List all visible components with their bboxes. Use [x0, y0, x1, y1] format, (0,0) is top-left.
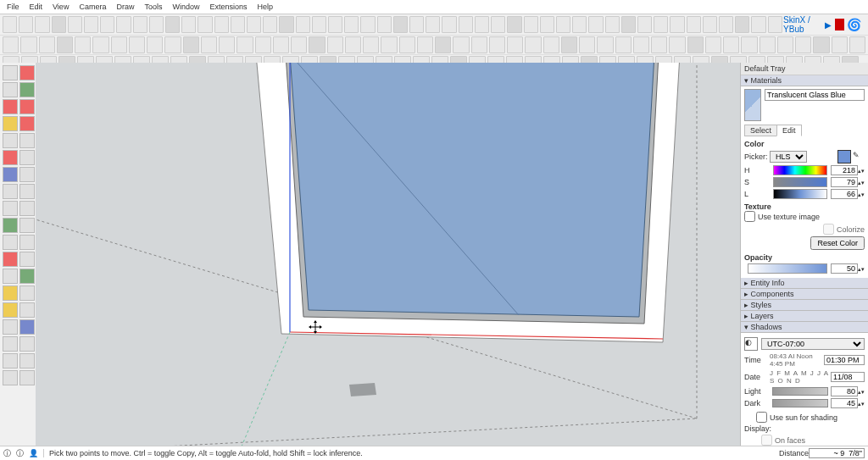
use-sun-checkbox[interactable]	[756, 412, 767, 423]
eyedropper-icon[interactable]: ✎	[853, 151, 865, 163]
tool-button[interactable]	[19, 285, 35, 301]
toolbar-button[interactable]	[291, 36, 307, 53]
tool-button[interactable]	[19, 167, 35, 182]
toolbar-button[interactable]	[475, 16, 489, 33]
toolbar-button[interactable]	[19, 16, 33, 33]
toolbar-button[interactable]	[637, 16, 652, 33]
toolbar-button[interactable]	[129, 36, 145, 53]
dark-input[interactable]	[831, 398, 858, 408]
toolbar-button[interactable]	[507, 16, 521, 33]
toolbar-button[interactable]	[3, 16, 17, 33]
l-spinner[interactable]: ▴▾	[858, 192, 865, 197]
toolbar-button[interactable]	[183, 36, 199, 53]
toolbar-button[interactable]	[524, 16, 538, 33]
tool-button[interactable]	[3, 302, 18, 318]
menu-help[interactable]: Help	[252, 0, 278, 14]
tool-button[interactable]	[19, 82, 35, 97]
tool-button[interactable]	[3, 150, 18, 165]
toolbar-button[interactable]	[813, 36, 829, 53]
toolbar-button[interactable]	[68, 16, 82, 33]
toolbar-button[interactable]	[344, 16, 359, 33]
tool-button[interactable]	[19, 65, 35, 80]
toolbar-button[interactable]	[735, 16, 749, 33]
toolbar-button[interactable]	[84, 16, 98, 33]
panel-styles[interactable]: ▸ Styles	[741, 300, 868, 311]
material-swatch[interactable]	[744, 89, 761, 121]
menu-file[interactable]: File	[2, 0, 25, 14]
toolbar-button[interactable]	[273, 36, 289, 53]
toolbar-button[interactable]	[363, 36, 379, 53]
toolbar-button[interactable]	[255, 36, 271, 53]
tab-select[interactable]: Select	[744, 125, 777, 136]
light-slider2[interactable]	[772, 387, 828, 396]
toolbar-button[interactable]	[459, 16, 473, 33]
toolbar-button[interactable]	[540, 16, 554, 33]
toolbar-button[interactable]	[116, 16, 131, 33]
toolbar-button[interactable]	[654, 16, 668, 33]
toolbar-button[interactable]	[849, 36, 865, 53]
tool-button[interactable]	[19, 150, 35, 165]
toolbar-button[interactable]	[777, 36, 793, 53]
tool-button[interactable]	[3, 99, 18, 114]
tool-button[interactable]	[19, 218, 35, 233]
tool-button[interactable]	[3, 116, 18, 131]
toolbar-button[interactable]	[751, 16, 765, 33]
material-name-input[interactable]	[765, 89, 865, 101]
toolbar-button[interactable]	[296, 16, 310, 33]
tool-button[interactable]	[3, 336, 18, 352]
toolbar-button[interactable]	[760, 36, 776, 53]
menu-view[interactable]: View	[47, 0, 74, 14]
toolbar-button[interactable]	[52, 16, 66, 33]
toolbar-button[interactable]	[201, 36, 217, 53]
toolbar-button[interactable]	[328, 16, 342, 33]
toolbar-button[interactable]	[832, 36, 848, 53]
tool-button[interactable]	[3, 285, 18, 301]
toolbar-button[interactable]	[670, 16, 684, 33]
toolbar-button[interactable]	[35, 16, 49, 33]
toolbar-button[interactable]	[393, 16, 408, 33]
tool-button[interactable]	[3, 218, 18, 233]
toolbar-button[interactable]	[561, 36, 577, 53]
tool-button[interactable]	[3, 133, 18, 148]
toolbar-button[interactable]	[687, 16, 701, 33]
tool-button[interactable]	[19, 235, 35, 250]
toolbar-button[interactable]	[621, 16, 636, 33]
tool-button[interactable]	[3, 319, 18, 335]
toolbar-button[interactable]	[507, 36, 523, 53]
toolbar-button[interactable]	[345, 36, 361, 53]
tool-button[interactable]	[3, 252, 18, 267]
toolbar-button[interactable]	[633, 36, 649, 53]
tool-button[interactable]	[19, 302, 35, 318]
toolbar-button[interactable]	[768, 16, 782, 33]
toolbar-button[interactable]	[165, 16, 180, 33]
picker-swatch-icon[interactable]	[837, 150, 851, 163]
tool-button[interactable]	[3, 269, 18, 284]
h-spinner[interactable]: ▴▾	[858, 169, 865, 173]
toolbar-button[interactable]	[219, 36, 235, 53]
h-input[interactable]	[831, 165, 858, 175]
tool-button[interactable]	[19, 99, 35, 114]
reset-color-button[interactable]: Reset Color	[810, 236, 865, 250]
toolbar-button[interactable]	[164, 36, 181, 53]
tool-button[interactable]	[3, 353, 18, 369]
l-input[interactable]	[831, 189, 858, 199]
toolbar-button[interactable]	[453, 36, 469, 53]
toolbar-button[interactable]	[556, 16, 570, 33]
tool-button[interactable]	[19, 184, 35, 199]
menu-window[interactable]: Window	[167, 0, 204, 14]
toolbar-button[interactable]	[471, 36, 487, 53]
timezone-select[interactable]: UTC-07:00	[761, 338, 865, 350]
tool-button[interactable]	[19, 370, 35, 385]
dark-slider[interactable]	[772, 399, 828, 407]
tab-edit[interactable]: Edit	[776, 125, 802, 136]
distance-input[interactable]	[809, 448, 865, 458]
hue-slider[interactable]	[773, 165, 827, 175]
play-icon[interactable]: ▶	[825, 20, 832, 30]
toolbar-button[interactable]	[525, 36, 541, 53]
toolbar-button[interactable]	[214, 16, 229, 33]
toolbar-button[interactable]	[491, 16, 505, 33]
toolbar-button[interactable]	[39, 36, 55, 53]
toolbar-button[interactable]	[442, 16, 456, 33]
panel-layers[interactable]: ▸ Layers	[741, 311, 868, 322]
toolbar-button[interactable]	[75, 36, 91, 53]
